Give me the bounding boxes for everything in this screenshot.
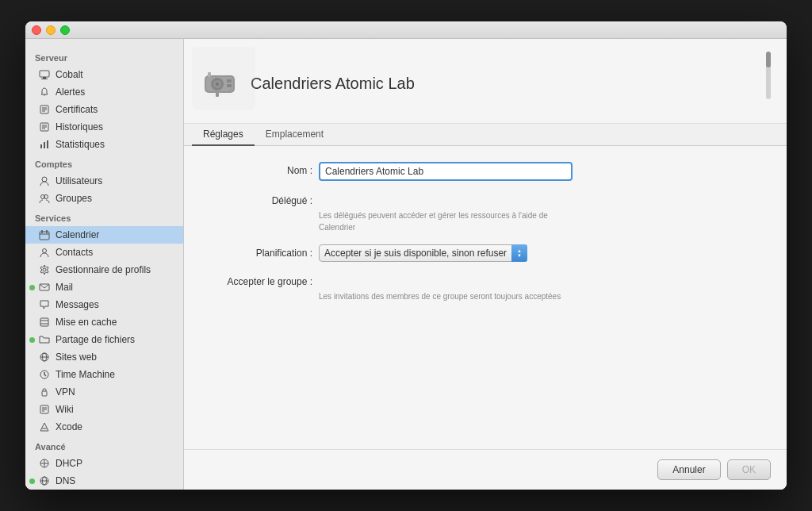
planification-label: Planification : xyxy=(208,244,319,259)
form-row-accepter: Accepter le groupe : xyxy=(208,273,763,287)
sidebar-item-utilisateurs[interactable]: Utilisateurs xyxy=(25,172,183,190)
svg-rect-2 xyxy=(41,79,48,79)
sidebar-item-contacts[interactable]: Contacts xyxy=(25,244,183,261)
status-dot-partage xyxy=(29,337,35,343)
svg-marker-38 xyxy=(40,423,48,431)
sidebar-item-messages[interactable]: Messages xyxy=(25,296,183,313)
sidebar: Serveur Cobalt Alertes Certificats xyxy=(25,39,184,490)
sidebar-statistiques-label: Statistiques xyxy=(56,139,105,150)
title-bar xyxy=(25,21,787,39)
svg-rect-58 xyxy=(227,84,232,87)
sidebar-mail-label: Mail xyxy=(56,282,73,293)
mail-icon xyxy=(38,281,51,294)
sidebar-time-label: Time Machine xyxy=(56,369,115,380)
sidebar-dhcp-label: DHCP xyxy=(56,458,82,469)
log-icon xyxy=(38,121,51,133)
nom-input[interactable] xyxy=(319,162,573,181)
right-panel: 17 xyxy=(184,39,787,490)
sidebar-partage-label: Partage de fichiers xyxy=(56,334,135,345)
maximize-button[interactable] xyxy=(60,25,70,35)
user-icon xyxy=(38,175,51,187)
svg-rect-33 xyxy=(42,391,47,396)
minimize-button[interactable] xyxy=(46,25,56,35)
traffic-lights xyxy=(32,25,70,35)
nom-label: Nom : xyxy=(208,162,319,176)
nom-control xyxy=(319,162,573,181)
planification-select[interactable]: Accepter si je suis disponible, sinon re… xyxy=(319,244,527,262)
main-content: Serveur Cobalt Alertes Certificats xyxy=(25,39,787,490)
form-row-delegue: Délégué : xyxy=(208,192,763,206)
form-area: Nom : Délégué : Les délégués peuvent acc xyxy=(184,146,787,449)
sidebar-cache-label: Mise en cache xyxy=(56,317,117,328)
sidebar-item-mail[interactable]: Mail xyxy=(25,279,183,296)
stats-icon xyxy=(38,138,51,151)
svg-point-14 xyxy=(42,177,47,182)
svg-rect-12 xyxy=(44,142,45,148)
sidebar-calendrier-label: Calendrier xyxy=(56,229,99,240)
sidebar-section-serveur: Serveur xyxy=(25,47,183,66)
svg-rect-60 xyxy=(208,72,211,77)
sidebar-item-sites-web[interactable]: Sites web xyxy=(25,348,183,366)
svg-point-22 xyxy=(43,268,46,271)
form-row-planification: Planification : Accepter si je suis disp… xyxy=(208,244,763,262)
sidebar-item-partage-fichiers[interactable]: Partage de fichiers xyxy=(25,331,183,348)
svg-line-32 xyxy=(44,375,46,376)
service-icon xyxy=(200,63,239,103)
sidebar-item-historiques[interactable]: Historiques xyxy=(25,118,183,136)
sidebar-cobalt-label: Cobalt xyxy=(56,69,83,80)
form-row-accepter-hint: Les invitations des membres de ce groupe… xyxy=(208,290,763,302)
sidebar-groupes-label: Groupes xyxy=(56,193,92,204)
cache-icon xyxy=(38,316,51,328)
sidebar-item-mise-en-cache[interactable]: Mise en cache xyxy=(25,313,183,331)
certificate-icon xyxy=(38,103,51,116)
sidebar-item-time-machine[interactable]: Time Machine xyxy=(25,366,183,383)
delegue-hint: Les délégués peuvent accéder et gérer le… xyxy=(319,211,548,232)
sidebar-item-groupes[interactable]: Groupes xyxy=(25,190,183,207)
sidebar-item-gestionnaire-profils[interactable]: Gestionnaire de profils xyxy=(25,261,183,279)
sidebar-item-dns[interactable]: DNS xyxy=(25,472,183,490)
sidebar-item-xcode[interactable]: Xcode xyxy=(25,418,183,436)
status-dot-mail xyxy=(29,285,35,290)
vpn-icon xyxy=(38,386,51,398)
sidebar-item-certificats[interactable]: Certificats xyxy=(25,101,183,118)
ok-button[interactable]: OK xyxy=(727,459,771,480)
svg-rect-57 xyxy=(227,79,232,83)
annuler-button[interactable]: Annuler xyxy=(657,459,720,480)
dns-icon xyxy=(38,474,51,487)
svg-rect-13 xyxy=(47,140,48,148)
sidebar-contacts-label: Contacts xyxy=(56,247,93,258)
sidebar-item-vpn[interactable]: VPN xyxy=(25,383,183,401)
dhcp-icon xyxy=(38,457,51,470)
sidebar-sites-label: Sites web xyxy=(56,352,97,363)
tab-emplacement[interactable]: Emplacement xyxy=(255,124,335,146)
sidebar-alertes-label: Alertes xyxy=(56,86,85,98)
close-button[interactable] xyxy=(32,25,41,35)
sidebar-item-dhcp[interactable]: DHCP xyxy=(25,455,183,472)
status-dot-dns xyxy=(29,478,35,484)
app-window: Serveur Cobalt Alertes Certificats xyxy=(25,21,787,490)
svg-point-56 xyxy=(216,83,219,86)
groups-icon xyxy=(38,192,51,205)
wiki-icon xyxy=(38,403,51,416)
messages-icon xyxy=(38,298,51,311)
sidebar-item-cobalt[interactable]: Cobalt xyxy=(25,66,183,83)
sidebar-section-services: Services xyxy=(25,207,183,226)
sidebar-xcode-label: Xcode xyxy=(56,421,82,432)
svg-rect-17 xyxy=(40,232,49,240)
accepter-label: Accepter le groupe : xyxy=(208,273,319,287)
sidebar-item-statistiques[interactable]: Statistiques xyxy=(25,136,183,153)
sidebar-gestionnaire-label: Gestionnaire de profils xyxy=(56,264,151,275)
sidebar-historiques-label: Historiques xyxy=(56,121,103,133)
accepter-hint: Les invitations des membres de ce groupe… xyxy=(319,292,561,301)
panel-title: Calendriers Atomic Lab xyxy=(251,75,415,93)
sidebar-item-alertes[interactable]: Alertes xyxy=(25,83,183,101)
svg-rect-0 xyxy=(40,71,49,77)
sidebar-item-wiki[interactable]: Wiki xyxy=(25,401,183,418)
sidebar-wiki-label: Wiki xyxy=(56,404,74,415)
tab-reglages[interactable]: Réglages xyxy=(192,124,255,146)
globe-icon xyxy=(38,351,51,363)
delegue-label: Délégué : xyxy=(208,192,319,206)
computer-icon xyxy=(38,68,51,81)
sidebar-item-calendrier[interactable]: Calendrier xyxy=(25,226,183,244)
folder-share-icon xyxy=(38,333,51,346)
